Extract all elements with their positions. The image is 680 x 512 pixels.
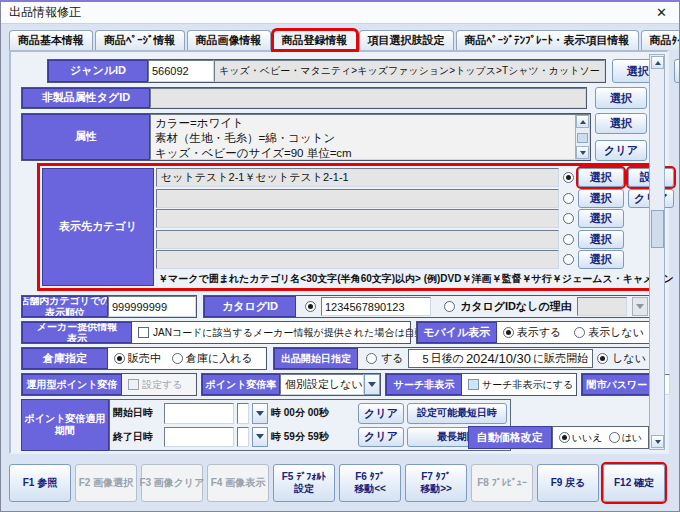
category-select-button-5[interactable]: 選択 [578, 250, 624, 269]
period-end-date-input[interactable] [164, 427, 234, 448]
f7-tab-move-next-button[interactable]: F7 ﾀﾌﾞ移動>> [405, 464, 467, 502]
category-note: ￥マークで囲まれたカテゴリ名<30文字(半角60文字)以内> (例)DVD￥洋画… [156, 271, 674, 286]
dialog-window: 出品情報修正 ✕ 商品基本情報 商品ﾍﾟｰｼﾞ情報 商品画像情報 商品登録情報 … [0, 0, 680, 512]
mobile-show-radio[interactable] [503, 327, 514, 338]
store-catalog-row: 店舗内カテゴリでの表示順位 カタログID カタログIDなしの理由 [21, 295, 651, 318]
warehouse-selling-radio[interactable] [114, 353, 125, 364]
search-hide-checkbox-row: サーチ非表示にする [462, 374, 576, 395]
tab-image-info[interactable]: 商品画像情報 [187, 30, 271, 50]
attribute-row: 属性 カラー=ホワイト 素材（生地・毛糸）=綿・コットン キッズ・ベビーのサイズ… [21, 113, 647, 161]
start-date-yes-radio[interactable] [366, 353, 377, 364]
warehouse-label: 倉庫指定 [22, 348, 108, 369]
dropdown-arrow-icon[interactable] [252, 427, 268, 448]
f5-default-settings-button[interactable]: F5 ﾃﾞﾌｫﾙﾄ設定 [273, 464, 335, 502]
category-radio-2[interactable] [563, 193, 574, 204]
genre-id-input[interactable] [148, 60, 214, 82]
dropdown-arrow-icon[interactable] [252, 403, 268, 424]
category-field-3[interactable] [156, 209, 559, 228]
category-field-5[interactable] [156, 250, 559, 269]
period-end-time-text: 時 59分 59秒 [271, 427, 355, 448]
category-field-2[interactable] [156, 189, 559, 208]
attribute-select-button[interactable]: 選択 [595, 113, 647, 134]
warehouse-selling-label: 販売中 [128, 351, 161, 366]
scroll-up-icon[interactable] [651, 56, 664, 69]
f6-tab-move-prev-button[interactable]: F6 ﾀﾌﾞ移動<< [339, 464, 401, 502]
point-period-label: ポイント変倍適用期間 [21, 399, 109, 451]
scroll-down-icon[interactable] [576, 146, 589, 159]
category-select-button-1[interactable]: 選択 [578, 168, 624, 187]
category-radio-5[interactable] [563, 254, 574, 265]
genre-id-label: ジャンルID [48, 60, 148, 82]
period-earliest-button[interactable]: 設定可能最短日時 [407, 403, 507, 424]
attribute-line: カラー=ホワイト [155, 116, 573, 131]
warehouse-store-label: 倉庫に入れる [186, 351, 253, 366]
category-select-button-2[interactable]: 選択 [578, 189, 624, 208]
attribute-clear-button[interactable]: クリア [595, 140, 647, 161]
panel-scrollbar[interactable] [649, 54, 665, 450]
mobile-hide-label: 表示しない [588, 325, 644, 340]
warehouse-store-radio[interactable] [172, 353, 183, 364]
auto-price-yes-label: はい [622, 431, 642, 445]
period-start-clear-button[interactable]: クリア [358, 403, 404, 424]
auto-price-no-radio[interactable] [559, 432, 570, 443]
attribute-textbox[interactable]: カラー=ホワイト 素材（生地・毛糸）=綿・コットン キッズ・ベビーのサイズ=90… [150, 114, 590, 160]
start-date-no-radio[interactable] [597, 353, 608, 364]
store-order-input[interactable] [108, 296, 196, 317]
function-bar: F1 参照 F2 画像選択 F3 画像クリア F4 画像表示 F5 ﾃﾞﾌｫﾙﾄ… [9, 464, 665, 502]
period-end-hour-select[interactable] [237, 427, 249, 448]
f8-preview-button: F8 ﾌﾟﾚﾋﾞｭｰ [471, 464, 533, 502]
jan-checkbox-icon[interactable] [138, 327, 149, 338]
f9-back-button[interactable]: F9 戻る [537, 464, 599, 502]
start-days-value[interactable]: 5 [413, 353, 429, 365]
tab-strip: 商品基本情報 商品ﾍﾟｰｼﾞ情報 商品画像情報 商品登録情報 項目選択肢設定 商… [9, 29, 680, 50]
scroll-down-icon[interactable] [651, 435, 664, 448]
start-days-suffix: 日後の [431, 351, 464, 366]
scroll-thumb[interactable] [651, 210, 664, 248]
auto-price-options: いいえ はい [552, 426, 649, 449]
point-multiplier-label: 運用型ポイント変倍 [22, 374, 122, 395]
tab-registration-info[interactable]: 商品登録情報 [273, 30, 357, 50]
mobile-hide-radio[interactable] [574, 327, 585, 338]
category-field-1[interactable]: セットテスト2-1￥セットテスト2-1-1 [156, 168, 559, 187]
search-hide-checkbox-icon[interactable] [468, 379, 479, 390]
catalog-no-id-radio[interactable] [444, 301, 455, 312]
period-start-hour-select[interactable] [237, 403, 249, 424]
category-radio-1[interactable] [563, 172, 574, 183]
category-select-button-4[interactable]: 選択 [578, 230, 624, 249]
period-end-clear-button[interactable]: クリア [358, 427, 404, 448]
tab-page-info[interactable]: 商品ﾍﾟｰｼﾞ情報 [95, 30, 185, 50]
start-date-yes-label: する [381, 348, 404, 369]
catalog-id-label: カタログID [204, 296, 296, 317]
auto-price-yes-radio[interactable] [609, 432, 620, 443]
category-radio-3[interactable] [563, 213, 574, 224]
genre-search-button[interactable]: 検索 [674, 59, 680, 83]
tab-basic-info[interactable]: 商品基本情報 [9, 30, 93, 50]
tab-item-choice[interactable]: 項目選択肢設定 [359, 30, 454, 50]
point-rate-select[interactable]: 個別設定しない [280, 374, 364, 395]
scroll-thumb[interactable] [577, 133, 588, 143]
start-date-value[interactable]: 2024/10/30 [466, 351, 531, 366]
non-product-tag-select-button[interactable]: 選択 [595, 87, 647, 109]
attribute-scrollbar[interactable] [575, 115, 589, 159]
dropdown-arrow-icon[interactable] [364, 374, 380, 395]
period-start-date-input[interactable] [164, 403, 234, 424]
tab-template-info[interactable]: 商品ﾍﾟｰｼﾞﾃﾝﾌﾟﾚｰﾄ・表示項目情報 [456, 30, 639, 50]
f12-confirm-button[interactable]: F12 確定 [603, 464, 665, 502]
catalog-no-id-reason-select [577, 297, 627, 316]
scroll-up-icon[interactable] [576, 115, 589, 128]
category-select-button-3[interactable]: 選択 [578, 209, 624, 228]
catalog-id-radio[interactable] [305, 301, 316, 312]
f1-reference-button[interactable]: F1 参照 [9, 464, 71, 502]
point-period-group: 開始日時 時 00分 00秒 クリア 設定可能最短日時 終了日時 時 59分 5… [109, 399, 511, 451]
dropdown-arrow-icon [632, 297, 648, 316]
mobile-options: 表示する 表示しない [497, 322, 650, 343]
tab-title-comment[interactable]: 商品ﾀｲﾄﾙ・ｺﾒﾝﾄ編集 [641, 30, 680, 50]
search-hide-label: サーチ非表示 [386, 374, 462, 395]
catalog-id-input[interactable] [321, 297, 431, 316]
category-field-4[interactable] [156, 230, 559, 249]
close-icon[interactable]: ✕ [652, 5, 671, 20]
period-start-label: 開始日時 [113, 403, 161, 424]
non-product-tag-field[interactable] [150, 88, 586, 108]
category-radio-4[interactable] [563, 234, 574, 245]
category-row-4: 選択 [156, 230, 674, 249]
